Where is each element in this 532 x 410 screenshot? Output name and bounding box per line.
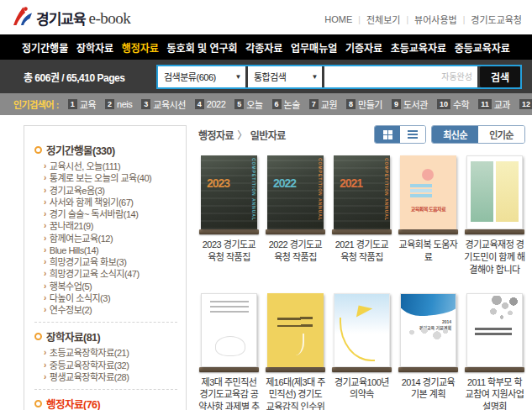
book-cover-5[interactable] bbox=[201, 293, 257, 367]
book-cover-6[interactable] bbox=[267, 293, 324, 367]
book-title[interactable]: 제16대(제3대 주민직선) 경기도교육감직 인수위원회 백서 bbox=[265, 376, 326, 410]
book-title[interactable]: 제3대 주민직선 경기도교육감 공약사항 과제별 추진 계획 bbox=[198, 376, 260, 410]
book-cover-1[interactable]: 2022COMPETITION ANNUAL bbox=[267, 155, 324, 229]
book-title[interactable]: 2021 경기도교육청 작품집 bbox=[331, 239, 392, 274]
sort-button-popular[interactable]: 인기순 bbox=[478, 126, 524, 143]
book-cover-wrap: 교육회복 도움자료 bbox=[398, 152, 459, 229]
book-cover-9[interactable] bbox=[466, 293, 523, 367]
sidebar-item-1-0[interactable]: ›초등교육장학자료(21) bbox=[44, 348, 177, 359]
list-view-button[interactable] bbox=[400, 126, 425, 143]
sidebar-item-1-1[interactable]: ›중등교육장학자료(32) bbox=[44, 360, 177, 371]
cover-year-text: 2021 bbox=[340, 176, 362, 190]
keyword-term: 논술 bbox=[284, 97, 300, 111]
keyword-item-12[interactable]: 12방과후 bbox=[519, 97, 532, 111]
util-link-0[interactable]: HOME bbox=[324, 14, 352, 24]
nav-item-3[interactable]: 동호회 및 연구회 bbox=[167, 40, 238, 55]
book-cover-0[interactable]: 2023COMPETITION ANNUAL bbox=[201, 155, 257, 229]
sidebar-item-0-8[interactable]: ›희망경기교육 화보(3) bbox=[44, 257, 177, 268]
util-link-2[interactable]: 뷰어사용법 bbox=[414, 13, 457, 26]
sidebar-item-0-6[interactable]: ›함께여는교육(12) bbox=[44, 234, 177, 244]
nav-item-8[interactable]: 중등교육자료 bbox=[455, 40, 510, 55]
keyword-rank-badge: 4 bbox=[195, 99, 204, 109]
item-arrow-icon: › bbox=[44, 234, 46, 244]
breadcrumb-parent[interactable]: 행정자료 bbox=[198, 130, 234, 142]
book-card-4: 경기교육재정 경기도민이 함께 해결해야 합니다 bbox=[464, 152, 525, 276]
sidebar-item-0-0[interactable]: ›교육시선, 오늘(111) bbox=[44, 161, 177, 172]
keyword-item-1[interactable]: 1교육 bbox=[68, 97, 96, 111]
keyword-item-3[interactable]: 3교육시선 bbox=[141, 97, 186, 111]
nav-item-7[interactable]: 초등교육자료 bbox=[391, 40, 446, 55]
book-cover-4[interactable] bbox=[466, 155, 523, 229]
sidebar-item-0-1[interactable]: ›통계로 보는 오늘의 교육(40) bbox=[44, 173, 177, 184]
book-title[interactable]: 경기교육100년의약속 bbox=[331, 376, 392, 410]
sidebar-item-0-12[interactable]: ›연수정보(2) bbox=[44, 305, 177, 316]
book-cover-2[interactable]: 2021COMPETITION ANNUAL bbox=[334, 155, 390, 229]
sidebar-item-label: 다높이 소식지(3) bbox=[50, 293, 110, 304]
book-cover-7[interactable] bbox=[334, 293, 390, 367]
sidebar-item-0-3[interactable]: ›사서와 함께 책읽기(67) bbox=[44, 197, 177, 208]
nav-item-6[interactable]: 기증자료 bbox=[345, 40, 382, 55]
util-link-1[interactable]: 전체보기 bbox=[366, 13, 400, 26]
search-category-select[interactable]: 검색분류(606) ▼ bbox=[158, 66, 245, 87]
book-title[interactable]: 경기교육재정 경기도민이 함께 해결해야 합니다 bbox=[464, 239, 525, 276]
book-title[interactable]: 2023 경기도교육청 작품집 bbox=[198, 239, 260, 274]
sidebar-item-label: 행복수업(5) bbox=[50, 281, 92, 292]
keyword-item-7[interactable]: 7교원 bbox=[309, 97, 337, 111]
book-cover-wrap bbox=[464, 290, 525, 367]
cover-year-text: 2023 bbox=[207, 176, 229, 190]
keyword-term: 도서관 bbox=[403, 97, 428, 111]
book-shelf bbox=[266, 229, 325, 234]
keyword-rank-badge: 8 bbox=[346, 99, 356, 109]
search-button[interactable]: 검색 bbox=[480, 66, 520, 87]
keyword-term: neis bbox=[117, 99, 132, 109]
item-arrow-icon: › bbox=[44, 305, 46, 316]
util-link-3[interactable]: 경기도교육청 bbox=[471, 13, 522, 26]
nav-item-1[interactable]: 장학자료 bbox=[76, 40, 113, 55]
site-logo[interactable]: 경기교육 e-book bbox=[12, 6, 130, 30]
book-card-1: 2022COMPETITION ANNUAL2022 경기도교육청 작품집 bbox=[265, 152, 326, 276]
book-title[interactable]: 2014 경기교육 기본 계획 bbox=[398, 376, 459, 410]
item-arrow-icon: › bbox=[44, 257, 46, 268]
sidebar-item-0-9[interactable]: ›희망경기교육 소식지(47) bbox=[44, 269, 177, 280]
sidebar-item-0-2[interactable]: ›경기교육e음(3) bbox=[44, 186, 177, 197]
book-shelf bbox=[332, 229, 392, 234]
sidebar-item-0-7[interactable]: ›Blue Hills(14) bbox=[44, 245, 177, 256]
category-bullet-icon bbox=[34, 400, 42, 407]
keyword-item-11[interactable]: 11교과 bbox=[478, 97, 510, 111]
nav-item-0[interactable]: 정기간행물 bbox=[22, 40, 68, 55]
sidebar-item-0-4[interactable]: ›경기 술술~ 독서바람(14) bbox=[44, 209, 177, 220]
sidebar-item-0-5[interactable]: ›꿈나래21(9) bbox=[44, 221, 177, 232]
sidebar-group-title-2[interactable]: 행정자료(76) bbox=[34, 396, 177, 410]
keyword-item-10[interactable]: 10수학 bbox=[437, 97, 469, 111]
sort-button-latest[interactable]: 최신순 bbox=[432, 126, 478, 143]
keyword-item-9[interactable]: 9도서관 bbox=[392, 97, 428, 111]
book-cover-8[interactable]: 2014 경기교육 기본계획 bbox=[400, 293, 456, 367]
keyword-item-5[interactable]: 5오늘 bbox=[234, 97, 262, 111]
main-nav: 정기간행물장학자료행정자료동호회 및 연구회각종자료업무매뉴얼기증자료초등교육자… bbox=[0, 34, 532, 60]
sidebar-item-0-10[interactable]: ›행복수업(5) bbox=[44, 281, 177, 292]
book-title[interactable]: 교육회복 도움자료 bbox=[398, 239, 459, 274]
keyword-item-2[interactable]: 2neis bbox=[105, 99, 132, 109]
sidebar-item-0-11[interactable]: ›다높이 소식지(3) bbox=[44, 293, 177, 304]
keyword-item-6[interactable]: 6논술 bbox=[272, 97, 300, 111]
nav-item-4[interactable]: 각종자료 bbox=[245, 40, 282, 55]
sidebar-group-title-0[interactable]: 정기간행물(330) bbox=[34, 142, 177, 158]
keyword-rank-badge: 6 bbox=[272, 99, 282, 109]
book-cover-3[interactable]: 교육회복 도움자료 bbox=[400, 155, 456, 229]
keyword-item-8[interactable]: 8만들기 bbox=[346, 97, 382, 111]
nav-item-5[interactable]: 업무매뉴얼 bbox=[291, 40, 337, 55]
sidebar-group-title-1[interactable]: 장학자료(81) bbox=[34, 329, 177, 344]
book-title[interactable]: 2022 경기도교육청 작품집 bbox=[265, 239, 326, 274]
book-cover-wrap bbox=[464, 152, 525, 229]
grid-view-button[interactable] bbox=[375, 126, 400, 143]
keyword-term: 교과 bbox=[494, 97, 510, 111]
total-pages-stat: 총 606권 / 65,410 Pages bbox=[24, 70, 156, 84]
book-title[interactable]: 2011 학부모 학교참여 지원사업 설명회 bbox=[464, 376, 525, 410]
link-separator: | bbox=[406, 15, 408, 24]
search-type-select[interactable]: 통합검색 ▼ bbox=[248, 66, 322, 87]
search-input[interactable] bbox=[324, 66, 477, 87]
nav-item-2[interactable]: 행정자료 bbox=[122, 40, 159, 55]
sidebar-group-label: 장학자료(81) bbox=[46, 329, 100, 344]
keyword-item-4[interactable]: 42022 bbox=[195, 99, 226, 109]
sidebar-item-1-2[interactable]: ›평생교육장학자료(28) bbox=[44, 372, 177, 383]
